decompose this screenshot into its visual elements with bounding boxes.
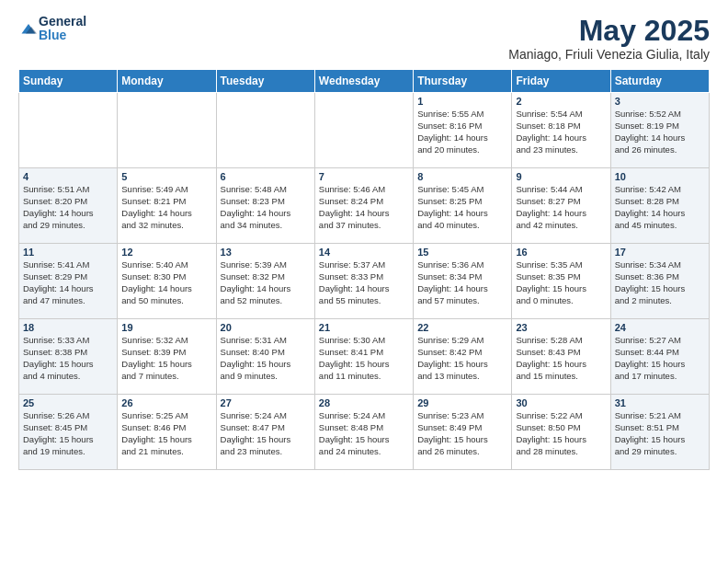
- day-number: 18: [23, 322, 113, 333]
- day-cell: 14Sunrise: 5:37 AM Sunset: 8:33 PM Dayli…: [314, 244, 413, 319]
- header: General Blue May 2025 Maniago, Friuli Ve…: [18, 15, 710, 62]
- month-title: May 2025: [508, 15, 710, 47]
- day-cell: 2Sunrise: 5:54 AM Sunset: 8:18 PM Daylig…: [512, 93, 610, 168]
- day-cell: 20Sunrise: 5:31 AM Sunset: 8:40 PM Dayli…: [216, 319, 314, 395]
- day-cell: 7Sunrise: 5:46 AM Sunset: 8:24 PM Daylig…: [314, 168, 413, 244]
- day-number: 13: [221, 247, 311, 258]
- day-number: 3: [615, 96, 705, 107]
- day-info: Sunrise: 5:55 AM Sunset: 8:16 PM Dayligh…: [417, 109, 507, 155]
- day-number: 10: [615, 171, 705, 182]
- day-number: 27: [221, 397, 311, 408]
- logo-text: General Blue: [39, 15, 86, 43]
- week-row-3: 11Sunrise: 5:41 AM Sunset: 8:29 PM Dayli…: [19, 244, 710, 319]
- day-cell: 8Sunrise: 5:45 AM Sunset: 8:25 PM Daylig…: [414, 168, 512, 244]
- day-cell: 12Sunrise: 5:40 AM Sunset: 8:30 PM Dayli…: [118, 244, 216, 319]
- day-info: Sunrise: 5:27 AM Sunset: 8:44 PM Dayligh…: [615, 335, 705, 382]
- weekday-header-friday: Friday: [512, 70, 610, 93]
- day-number: 25: [23, 397, 113, 408]
- page: General Blue May 2025 Maniago, Friuli Ve…: [0, 0, 728, 563]
- day-info: Sunrise: 5:44 AM Sunset: 8:27 PM Dayligh…: [516, 184, 606, 231]
- day-cell: 16Sunrise: 5:35 AM Sunset: 8:35 PM Dayli…: [512, 244, 610, 319]
- week-row-1: 1Sunrise: 5:55 AM Sunset: 8:16 PM Daylig…: [19, 93, 710, 168]
- weekday-header-saturday: Saturday: [610, 70, 709, 93]
- week-row-5: 25Sunrise: 5:26 AM Sunset: 8:45 PM Dayli…: [19, 395, 710, 470]
- day-number: 8: [417, 171, 507, 182]
- day-cell: [118, 93, 216, 168]
- day-number: 4: [23, 171, 113, 182]
- day-number: 12: [121, 247, 211, 258]
- day-info: Sunrise: 5:46 AM Sunset: 8:24 PM Dayligh…: [319, 184, 409, 231]
- location-title: Maniago, Friuli Venezia Giulia, Italy: [508, 47, 710, 62]
- day-number: 14: [319, 247, 409, 258]
- logo: General Blue: [18, 15, 86, 43]
- day-cell: 30Sunrise: 5:22 AM Sunset: 8:50 PM Dayli…: [512, 395, 610, 470]
- day-cell: 5Sunrise: 5:49 AM Sunset: 8:21 PM Daylig…: [118, 168, 216, 244]
- logo-icon: [20, 21, 37, 38]
- day-number: 19: [121, 322, 211, 333]
- day-info: Sunrise: 5:22 AM Sunset: 8:50 PM Dayligh…: [516, 410, 606, 457]
- day-info: Sunrise: 5:51 AM Sunset: 8:20 PM Dayligh…: [23, 184, 113, 231]
- day-info: Sunrise: 5:31 AM Sunset: 8:40 PM Dayligh…: [221, 335, 311, 382]
- day-info: Sunrise: 5:28 AM Sunset: 8:43 PM Dayligh…: [516, 335, 606, 382]
- day-cell: 4Sunrise: 5:51 AM Sunset: 8:20 PM Daylig…: [19, 168, 118, 244]
- calendar: SundayMondayTuesdayWednesdayThursdayFrid…: [18, 69, 710, 470]
- day-info: Sunrise: 5:24 AM Sunset: 8:48 PM Dayligh…: [319, 410, 409, 457]
- title-block: May 2025 Maniago, Friuli Venezia Giulia,…: [508, 15, 710, 62]
- day-info: Sunrise: 5:34 AM Sunset: 8:36 PM Dayligh…: [615, 259, 705, 306]
- day-number: 2: [516, 96, 606, 107]
- day-number: 23: [516, 322, 606, 333]
- day-number: 22: [417, 322, 507, 333]
- day-number: 15: [417, 247, 507, 258]
- day-info: Sunrise: 5:49 AM Sunset: 8:21 PM Dayligh…: [121, 184, 211, 231]
- day-cell: 1Sunrise: 5:55 AM Sunset: 8:16 PM Daylig…: [414, 93, 512, 168]
- day-info: Sunrise: 5:26 AM Sunset: 8:45 PM Dayligh…: [23, 410, 113, 457]
- day-info: Sunrise: 5:35 AM Sunset: 8:35 PM Dayligh…: [516, 259, 606, 306]
- day-cell: 23Sunrise: 5:28 AM Sunset: 8:43 PM Dayli…: [512, 319, 610, 395]
- day-number: 30: [516, 397, 606, 408]
- day-cell: 19Sunrise: 5:32 AM Sunset: 8:39 PM Dayli…: [118, 319, 216, 395]
- weekday-header-sunday: Sunday: [19, 70, 118, 93]
- day-info: Sunrise: 5:41 AM Sunset: 8:29 PM Dayligh…: [23, 259, 113, 306]
- day-number: 9: [516, 171, 606, 182]
- week-row-2: 4Sunrise: 5:51 AM Sunset: 8:20 PM Daylig…: [19, 168, 710, 244]
- day-cell: 3Sunrise: 5:52 AM Sunset: 8:19 PM Daylig…: [610, 93, 709, 168]
- weekday-header-tuesday: Tuesday: [216, 70, 314, 93]
- day-cell: 24Sunrise: 5:27 AM Sunset: 8:44 PM Dayli…: [610, 319, 709, 395]
- day-cell: 29Sunrise: 5:23 AM Sunset: 8:49 PM Dayli…: [414, 395, 512, 470]
- day-cell: 6Sunrise: 5:48 AM Sunset: 8:23 PM Daylig…: [216, 168, 314, 244]
- weekday-row: SundayMondayTuesdayWednesdayThursdayFrid…: [19, 70, 710, 93]
- day-info: Sunrise: 5:24 AM Sunset: 8:47 PM Dayligh…: [221, 410, 311, 457]
- day-info: Sunrise: 5:42 AM Sunset: 8:28 PM Dayligh…: [615, 184, 705, 231]
- day-cell: 21Sunrise: 5:30 AM Sunset: 8:41 PM Dayli…: [314, 319, 413, 395]
- day-number: 26: [121, 397, 211, 408]
- day-info: Sunrise: 5:30 AM Sunset: 8:41 PM Dayligh…: [319, 335, 409, 382]
- day-info: Sunrise: 5:48 AM Sunset: 8:23 PM Dayligh…: [221, 184, 311, 231]
- day-info: Sunrise: 5:45 AM Sunset: 8:25 PM Dayligh…: [417, 184, 507, 231]
- day-info: Sunrise: 5:40 AM Sunset: 8:30 PM Dayligh…: [121, 259, 211, 306]
- day-number: 29: [417, 397, 507, 408]
- day-number: 28: [319, 397, 409, 408]
- day-cell: 10Sunrise: 5:42 AM Sunset: 8:28 PM Dayli…: [610, 168, 709, 244]
- day-number: 11: [23, 247, 113, 258]
- day-number: 17: [615, 247, 705, 258]
- day-cell: 27Sunrise: 5:24 AM Sunset: 8:47 PM Dayli…: [216, 395, 314, 470]
- day-cell: 17Sunrise: 5:34 AM Sunset: 8:36 PM Dayli…: [610, 244, 709, 319]
- day-number: 20: [221, 322, 311, 333]
- day-info: Sunrise: 5:54 AM Sunset: 8:18 PM Dayligh…: [516, 109, 606, 155]
- day-info: Sunrise: 5:39 AM Sunset: 8:32 PM Dayligh…: [221, 259, 311, 306]
- weekday-header-monday: Monday: [118, 70, 216, 93]
- logo-blue-text: Blue: [39, 29, 86, 42]
- day-cell: 11Sunrise: 5:41 AM Sunset: 8:29 PM Dayli…: [19, 244, 118, 319]
- calendar-header: SundayMondayTuesdayWednesdayThursdayFrid…: [19, 70, 710, 93]
- day-cell: [19, 93, 118, 168]
- day-number: 5: [121, 171, 211, 182]
- day-info: Sunrise: 5:25 AM Sunset: 8:46 PM Dayligh…: [121, 410, 211, 457]
- calendar-body: 1Sunrise: 5:55 AM Sunset: 8:16 PM Daylig…: [19, 93, 710, 470]
- day-number: 1: [417, 96, 507, 107]
- day-number: 16: [516, 247, 606, 258]
- day-cell: 31Sunrise: 5:21 AM Sunset: 8:51 PM Dayli…: [610, 395, 709, 470]
- day-cell: 9Sunrise: 5:44 AM Sunset: 8:27 PM Daylig…: [512, 168, 610, 244]
- weekday-header-wednesday: Wednesday: [314, 70, 413, 93]
- weekday-header-thursday: Thursday: [414, 70, 512, 93]
- day-cell: 28Sunrise: 5:24 AM Sunset: 8:48 PM Dayli…: [314, 395, 413, 470]
